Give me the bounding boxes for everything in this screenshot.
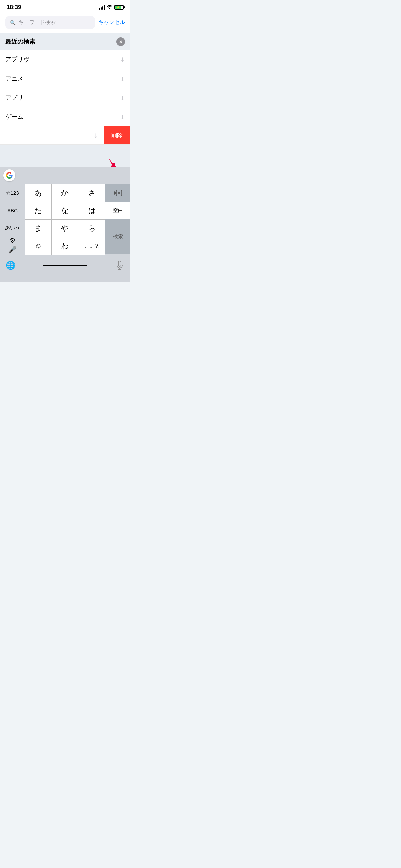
abc-key[interactable]: ABC (0, 202, 25, 219)
search-key[interactable]: 検索 (105, 219, 130, 254)
keyboard-right-column: 空白 検索 (105, 184, 130, 255)
list-item[interactable]: アニメ ↙ (0, 69, 130, 88)
battery-icon: ⚡ (114, 5, 124, 10)
search-item-text: ゲーム (5, 113, 23, 121)
key-ya[interactable]: や (52, 220, 79, 237)
key-row-2: た な は (25, 202, 105, 219)
arrow-up-left-icon: ↙ (91, 131, 100, 140)
key-ma[interactable]: ま (25, 220, 52, 237)
search-placeholder: キーワード検索 (19, 19, 56, 26)
close-icon: ✕ (119, 39, 123, 44)
key-na[interactable]: な (52, 202, 79, 219)
search-item-text: アニメ (5, 74, 23, 83)
keyboard-main-grid: あ か さ た な は ま や ら ☺ わ 、。?! (25, 184, 105, 255)
symbol-numbers-key[interactable]: ☆123 (0, 184, 25, 202)
keyboard-grid: ☆123 ABC あいう ⚙ 🎤 あ か さ た な は ま や ら (0, 183, 130, 256)
settings-mic-row: ⚙ 🎤 (0, 236, 25, 254)
key-ka[interactable]: か (52, 184, 79, 202)
delete-button[interactable]: 削除 (103, 126, 130, 145)
key-emoji[interactable]: ☺ (25, 237, 52, 255)
search-item-text: アプリヴ (5, 56, 29, 63)
keyboard-bottom-bar: 🌐 (0, 256, 130, 282)
search-bar: 🔍 キーワード検索 キャンセル (0, 13, 130, 33)
bottom-mic-key[interactable] (112, 258, 127, 273)
list-item[interactable]: アプリ ↙ (0, 88, 130, 107)
recent-search-list: アプリヴ ↙ アニメ ↙ アプリ ↙ ゲーム ↙ ↙ 削除 (0, 50, 130, 145)
recent-searches-title: 最近の検索 (5, 38, 35, 46)
search-item-text: アプリ (5, 94, 23, 102)
key-row-4: ☺ わ 、。?! (25, 237, 105, 255)
key-wa[interactable]: わ (52, 237, 79, 255)
keyboard-top-bar (0, 167, 130, 183)
wifi-icon (107, 5, 112, 10)
space-key[interactable]: 空白 (105, 202, 130, 219)
key-sa[interactable]: さ (79, 184, 105, 202)
search-input-wrapper[interactable]: 🔍 キーワード検索 (5, 16, 95, 29)
status-time: 18:39 (7, 4, 21, 11)
backspace-key[interactable] (105, 184, 130, 202)
key-ra[interactable]: ら (79, 220, 105, 237)
svg-marker-4 (114, 191, 116, 195)
arrow-up-left-icon: ↙ (118, 93, 127, 102)
settings-key[interactable]: ⚙ (10, 236, 16, 244)
key-punct[interactable]: 、。?! (79, 237, 105, 255)
key-a[interactable]: あ (25, 184, 52, 202)
search-icon: 🔍 (10, 20, 16, 25)
cancel-button[interactable]: キャンセル (98, 19, 125, 26)
google-logo (3, 169, 16, 182)
list-item-with-delete[interactable]: ↙ 削除 (0, 126, 130, 145)
status-bar: 18:39 ⚡ (0, 0, 130, 13)
list-item[interactable]: ゲーム ↙ (0, 107, 130, 126)
svg-rect-7 (118, 261, 121, 267)
key-ta[interactable]: た (25, 202, 52, 219)
arrow-up-left-icon: ↙ (118, 112, 127, 121)
clear-recent-button[interactable]: ✕ (116, 37, 125, 46)
keyboard-left-column: ☆123 ABC あいう ⚙ 🎤 (0, 184, 25, 255)
arrow-up-left-icon: ↙ (118, 74, 127, 83)
aiueo-key[interactable]: あいう (0, 219, 25, 236)
keyboard-area: ☆123 ABC あいう ⚙ 🎤 あ か さ た な は ま や ら (0, 167, 130, 282)
key-ha[interactable]: は (79, 202, 105, 219)
key-row-1: あ か さ (25, 184, 105, 202)
recent-searches-header: 最近の検索 ✕ (0, 33, 130, 50)
home-indicator (43, 265, 87, 267)
list-item[interactable]: アプリヴ ↙ (0, 50, 130, 69)
key-row-3: ま や ら (25, 219, 105, 237)
mic-key[interactable]: 🎤 (8, 246, 17, 254)
status-icons: ⚡ (99, 5, 124, 10)
signal-bars-icon (99, 5, 105, 10)
arrow-up-left-icon: ↙ (118, 55, 127, 64)
globe-icon[interactable]: 🌐 (3, 258, 18, 273)
